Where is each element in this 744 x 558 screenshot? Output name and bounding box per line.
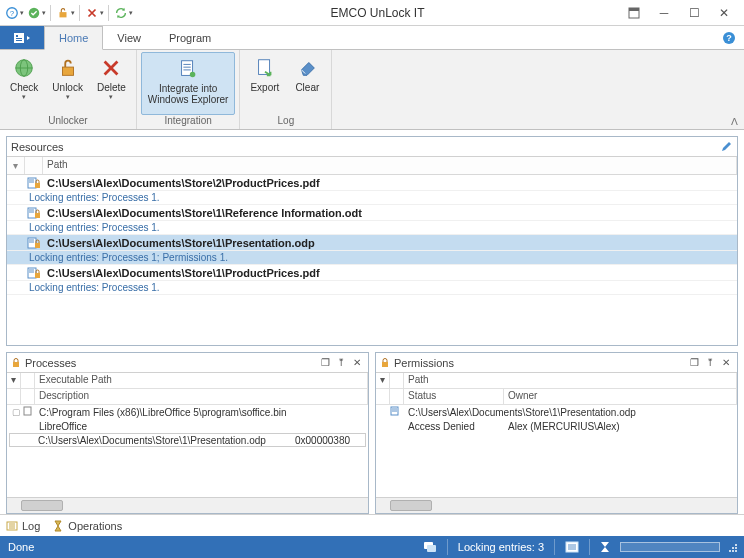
svg-rect-39 xyxy=(24,407,31,415)
svg-rect-25 xyxy=(35,183,40,188)
svg-text:?: ? xyxy=(9,8,14,17)
resource-sub: Locking entries: Processes 1. xyxy=(7,281,737,295)
file-lock-icon xyxy=(25,237,43,249)
integrate-button[interactable]: Integrate into Windows Explorer xyxy=(141,52,236,115)
app-title: EMCO UnLock IT xyxy=(133,6,622,20)
group-integration-title: Integration xyxy=(141,115,236,127)
document-icon xyxy=(23,406,37,418)
svg-point-20 xyxy=(190,72,196,78)
processes-window-icon[interactable]: ❐ xyxy=(318,356,332,370)
permissions-close-icon[interactable]: ✕ xyxy=(719,356,733,370)
tab-view[interactable]: View xyxy=(103,26,155,49)
svg-rect-9 xyxy=(16,40,22,41)
resources-edit-icon[interactable] xyxy=(719,140,733,154)
svg-point-54 xyxy=(735,550,737,552)
process-row[interactable]: ▢ C:\Program Files (x86)\LibreOffice 5\p… xyxy=(7,405,368,419)
processes-icon xyxy=(11,358,21,368)
svg-point-59 xyxy=(735,544,737,546)
export-button[interactable]: Export xyxy=(244,52,285,115)
resource-sub: Locking entries: Processes 1. xyxy=(7,221,737,235)
group-log-title: Log xyxy=(244,115,327,127)
status-locking-entries: Locking entries: 3 xyxy=(454,541,548,553)
app-menu-button[interactable] xyxy=(0,26,44,49)
resource-row[interactable]: C:\Users\Alex\Documents\Store\2\ProductP… xyxy=(7,175,737,191)
status-message: Done xyxy=(0,541,34,553)
permissions-scrollbar[interactable] xyxy=(376,497,737,513)
processes-panel: Processes ❐ ⤒ ✕ ▾Executable Path Descrip… xyxy=(6,352,369,514)
window-maximize-icon[interactable]: ☐ xyxy=(682,2,706,24)
window-minimize-icon[interactable]: ─ xyxy=(652,2,676,24)
permissions-grid[interactable]: ▾Path StatusOwner C:\Users\Alex\Document… xyxy=(376,373,737,513)
x-red-icon xyxy=(99,56,123,80)
status-bar: Done Locking entries: 3 xyxy=(0,536,744,558)
processes-scrollbar[interactable] xyxy=(7,497,368,513)
tab-log[interactable]: Log xyxy=(6,520,40,532)
clear-button[interactable]: Clear xyxy=(287,52,327,115)
svg-point-57 xyxy=(729,550,731,552)
qat-check-icon[interactable]: ▾ xyxy=(26,3,46,23)
doc-gear-icon xyxy=(176,57,200,81)
processes-grid[interactable]: ▾Executable Path Description ▢ C:\Progra… xyxy=(7,373,368,513)
resources-grid[interactable]: ▾ Path C:\Users\Alex\Documents\Store\2\P… xyxy=(7,157,737,345)
qat-help-icon[interactable]: ?▾ xyxy=(4,3,24,23)
svg-text:?: ? xyxy=(726,33,732,43)
resource-row[interactable]: C:\Users\Alex\Documents\Store\1\ProductP… xyxy=(7,265,737,281)
ribbon-help-icon[interactable]: ? xyxy=(722,26,744,49)
svg-rect-49 xyxy=(427,545,436,552)
svg-rect-40 xyxy=(382,362,388,367)
status-resize-grip-icon[interactable] xyxy=(726,541,738,553)
resources-panel: Resources ▾ Path C:\Users\Alex\Documents… xyxy=(6,136,738,346)
padlock-open-icon xyxy=(56,56,80,80)
resource-row[interactable]: C:\Users\Alex\Documents\Store\1\Presenta… xyxy=(7,235,737,251)
qat-unlock-icon[interactable]: ▾ xyxy=(55,3,75,23)
permissions-icon xyxy=(380,358,390,368)
eraser-icon xyxy=(295,56,319,80)
resources-title: Resources xyxy=(11,141,64,153)
tab-program[interactable]: Program xyxy=(155,26,225,49)
processes-close-icon[interactable]: ✕ xyxy=(350,356,364,370)
file-lock-icon xyxy=(25,177,43,189)
resources-grid-header: ▾ Path xyxy=(7,157,737,175)
svg-rect-8 xyxy=(16,38,22,39)
status-log-icon[interactable] xyxy=(561,541,583,553)
hourglass-icon xyxy=(52,520,64,532)
qat-refresh-icon[interactable]: ▾ xyxy=(113,3,133,23)
window-close-icon[interactable]: ✕ xyxy=(712,2,736,24)
svg-rect-29 xyxy=(35,213,40,218)
svg-rect-37 xyxy=(35,273,40,278)
log-icon xyxy=(6,520,18,532)
processes-title: Processes xyxy=(25,357,76,369)
permissions-pin-icon[interactable]: ⤒ xyxy=(703,356,717,370)
processes-pin-icon[interactable]: ⤒ xyxy=(334,356,348,370)
tab-operations[interactable]: Operations xyxy=(52,520,122,532)
tab-home[interactable]: Home xyxy=(44,26,103,50)
file-lock-icon xyxy=(25,207,43,219)
permissions-window-icon[interactable]: ❐ xyxy=(687,356,701,370)
delete-button[interactable]: Delete ▾ xyxy=(91,52,132,115)
document-icon xyxy=(390,406,404,418)
permission-row[interactable]: C:\Users\Alex\Documents\Store\1\Presenta… xyxy=(376,405,737,419)
file-lock-icon xyxy=(25,267,43,279)
bottom-tab-bar: Log Operations xyxy=(0,514,744,536)
unlock-button[interactable]: Unlock ▾ xyxy=(46,52,89,115)
window-auxiliary-icon[interactable] xyxy=(622,2,646,24)
ribbon-collapse-icon[interactable]: ᐱ xyxy=(731,116,738,127)
qat-delete-icon[interactable]: ▾ xyxy=(84,3,104,23)
svg-rect-38 xyxy=(13,362,19,367)
titlebar: ?▾ ▾ ▾ ▾ ▾ EMCO UnLock IT ─ ☐ ✕ xyxy=(0,0,744,26)
ribbon: Check ▾ Unlock ▾ Delete ▾ Unlocker Integ… xyxy=(0,50,744,130)
ribbon-tab-bar: Home View Program ? xyxy=(0,26,744,50)
check-button[interactable]: Check ▾ xyxy=(4,52,44,115)
svg-point-55 xyxy=(732,550,734,552)
resource-sub: Locking entries: Processes 1; Permission… xyxy=(7,251,737,265)
svg-rect-7 xyxy=(16,35,18,37)
svg-rect-21 xyxy=(258,60,269,75)
resource-sub: Locking entries: Processes 1. xyxy=(7,191,737,205)
svg-rect-15 xyxy=(62,67,73,75)
group-unlocker-title: Unlocker xyxy=(4,115,132,127)
doc-arrow-icon xyxy=(253,56,277,80)
status-progress xyxy=(620,542,720,552)
status-hourglass-icon[interactable] xyxy=(596,541,614,553)
resource-row[interactable]: C:\Users\Alex\Documents\Store\1\Referenc… xyxy=(7,205,737,221)
status-chat-icon[interactable] xyxy=(419,541,441,553)
